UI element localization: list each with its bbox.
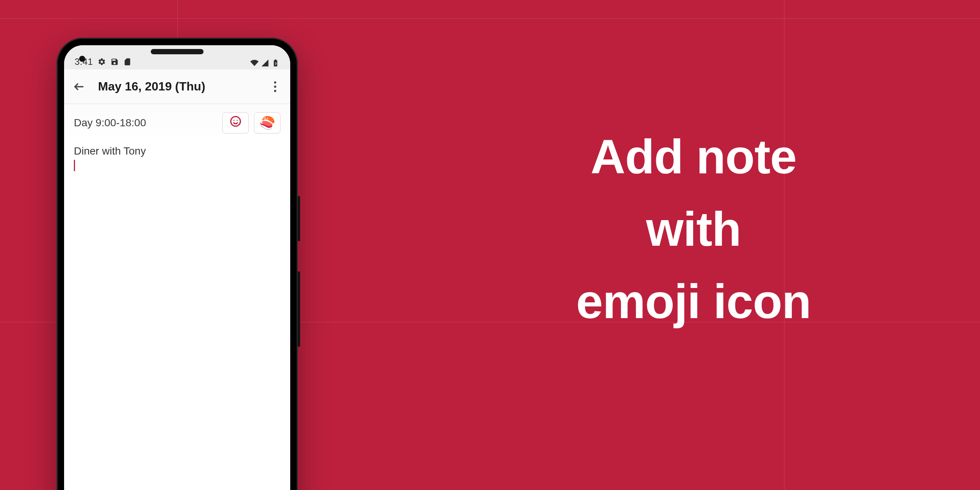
wifi-icon: [250, 59, 259, 67]
phone-screen: 3:41: [64, 45, 290, 490]
svg-point-3: [231, 116, 240, 126]
app-bar: May 16, 2019 (Thu): [64, 69, 290, 104]
svg-point-2: [274, 90, 276, 92]
svg-point-4: [233, 120, 234, 121]
arrow-left-icon: [73, 80, 86, 93]
sd-card-icon: [123, 58, 132, 66]
svg-point-1: [274, 86, 276, 88]
status-right: [250, 59, 280, 67]
shift-label: Day 9:00-18:00: [74, 117, 217, 129]
battery-icon: [271, 59, 280, 67]
headline-line-2: with: [475, 193, 912, 266]
headline-line-3: emoji icon: [475, 266, 912, 338]
text-cursor: [74, 160, 75, 171]
phone-side-button: [298, 196, 300, 241]
svg-point-5: [237, 120, 238, 121]
phone-side-button: [298, 271, 300, 347]
shift-row: Day 9:00-18:00 🍣: [64, 104, 290, 140]
signal-icon: [261, 59, 269, 67]
emoji-picker-button[interactable]: [223, 112, 249, 134]
sushi-icon: 🍣: [259, 115, 275, 130]
promo-headline: Add note with emoji icon: [475, 121, 912, 338]
phone-frame: 3:41: [57, 38, 298, 490]
page-title: May 16, 2019 (Thu): [98, 80, 256, 94]
note-editor[interactable]: Diner with Tony: [64, 140, 290, 175]
overflow-menu-button[interactable]: [267, 78, 283, 95]
phone-front-camera: [79, 56, 85, 62]
save-icon: [110, 58, 119, 66]
guide-line: [0, 18, 980, 19]
gear-icon: [98, 58, 106, 66]
smile-icon: [229, 115, 242, 131]
svg-point-0: [274, 81, 276, 83]
phone-speaker: [151, 49, 204, 54]
selected-emoji-button[interactable]: 🍣: [254, 112, 280, 134]
back-button[interactable]: [71, 78, 88, 95]
note-text: Diner with Tony: [74, 144, 280, 158]
headline-line-1: Add note: [475, 121, 912, 193]
more-vert-icon: [274, 81, 277, 92]
